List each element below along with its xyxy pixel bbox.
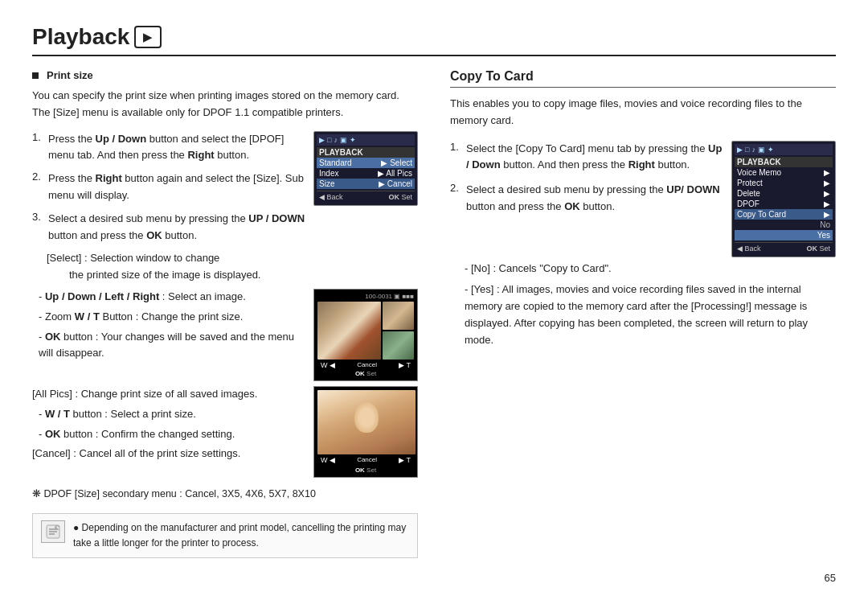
notice-text: ● Depending on the manufacturer and prin… [73,520,409,551]
photo-strip-image: 100-0031 ▣ ■■■ W ◀Cancel▶ T OK Set [313,289,418,381]
page-number: 65 [825,572,836,584]
select-description: [Select] : Selection window to change th… [32,250,418,284]
dpof-note: ❋ DPOF [Size] secondary menu : Cancel, 3… [32,486,418,502]
copy-to-card-title: Copy To Card [450,69,836,88]
right-step-2: 2. Select a desired sub menu by pressing… [450,182,723,216]
page-title: Playback ▶ [32,24,836,50]
all-pics-section: [All Pics] : Change print size of all sa… [32,386,305,462]
cam-menu-image-1: ▶ □ ♪ ▣ ✦ PLAYBACK Standard▶ Select Inde… [313,131,418,206]
step-2-num: 2. [32,171,43,204]
step-1-num: 1. [32,131,43,165]
step-2-text: Press the Right button again and select … [48,171,305,204]
right-step-1: 1. Select the [Copy To Card] menu tab by… [450,141,723,175]
sub-bullet-items: - Up / Down / Left / Right : Select an i… [32,289,305,365]
step-3: 3. Select a desired sub menu by pressing… [32,211,305,245]
title-divider [32,55,836,56]
bullet-icon [32,72,39,79]
step-3-text: Select a desired sub menu by pressing th… [48,211,305,245]
svg-text:✎: ✎ [56,525,59,530]
step-3-num: 3. [32,211,43,245]
playback-icon: ▶ [134,26,162,48]
intro-text: You can specify the print size when prin… [32,88,418,121]
main-layout: Print size You can specify the print siz… [32,69,836,558]
print-size-header: Print size [32,69,418,81]
left-column: Print size You can specify the print siz… [32,69,418,558]
step-2: 2. Press the Right button again and sele… [32,171,305,204]
cam-menu-image-2: ▶ □ ♪ ▣ ✦ PLAYBACK Voice Memo▶ Protect▶ [731,141,836,257]
photo-single-image: W ◀Cancel▶ T OK Set [313,386,418,478]
right-intro: This enables you to copy image files, mo… [450,96,836,129]
step-1: 1. Press the Up / Down button and select… [32,131,305,165]
notice-box: ✎ ● Depending on the manufacturer and pr… [32,513,418,558]
step-1-text: Press the Up / Down button and select th… [48,131,305,165]
right-sub-items: - [No] : Cancels "Copy to Card". - [Yes]… [450,261,836,349]
right-column: Copy To Card This enables you to copy im… [450,69,836,558]
notice-icon: ✎ [41,520,65,543]
